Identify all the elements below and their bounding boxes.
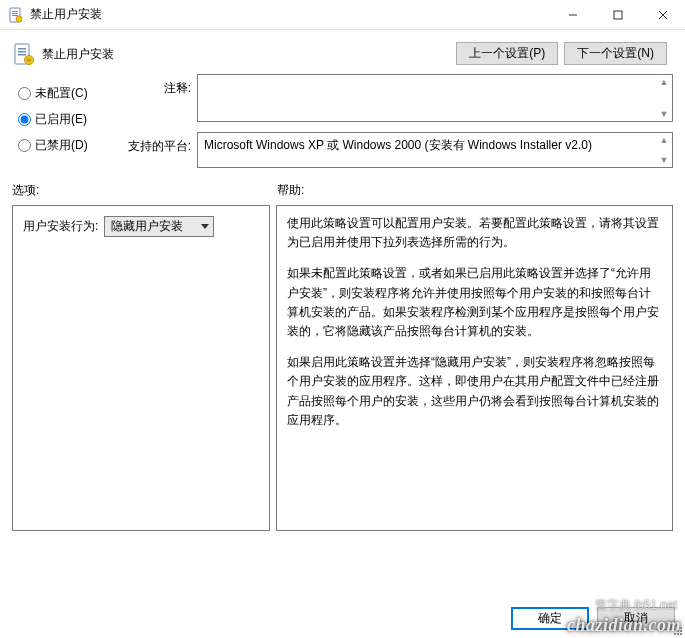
radio-not-configured-label: 未配置(C): [35, 85, 88, 102]
config-area: 未配置(C) 已启用(E) 已禁用(D) 注释: ▲ ▼ 支持的平台: Micr…: [0, 74, 685, 178]
window-controls: [550, 0, 685, 29]
scroll-down-icon[interactable]: ▼: [658, 109, 670, 119]
header: 禁止用户安装 上一个设置(P) 下一个设置(N): [0, 30, 685, 74]
user-install-behavior-combo[interactable]: 隐藏用户安装: [104, 216, 214, 237]
panes: 用户安装行为: 隐藏用户安装 使用此策略设置可以配置用户安装。若要配置此策略设置…: [0, 205, 685, 531]
close-button[interactable]: [640, 0, 685, 29]
platform-field: Microsoft Windows XP 或 Windows 2000 (安装有…: [197, 132, 673, 168]
help-paragraph-2: 如果未配置此策略设置，或者如果已启用此策略设置并选择了“允许用户安装”，则安装程…: [287, 264, 662, 341]
prev-setting-button[interactable]: 上一个设置(P): [456, 42, 558, 65]
radio-enabled-input[interactable]: [18, 113, 31, 126]
help-section-label: 帮助:: [277, 182, 304, 199]
svg-rect-1: [12, 11, 18, 12]
svg-rect-10: [18, 48, 26, 50]
minimize-button[interactable]: [550, 0, 595, 29]
radio-disabled-label: 已禁用(D): [35, 137, 88, 154]
cancel-button[interactable]: 取消: [597, 607, 675, 630]
help-paragraph-1: 使用此策略设置可以配置用户安装。若要配置此策略设置，请将其设置为已启用并使用下拉…: [287, 214, 662, 252]
ok-button[interactable]: 确定: [511, 607, 589, 630]
svg-rect-3: [12, 15, 18, 16]
next-setting-button[interactable]: 下一个设置(N): [564, 42, 667, 65]
nav-buttons: 上一个设置(P) 下一个设置(N): [456, 42, 667, 65]
comment-field[interactable]: ▲ ▼: [197, 74, 673, 122]
svg-rect-14: [27, 59, 31, 62]
policy-file-icon: [8, 7, 24, 23]
radio-disabled[interactable]: 已禁用(D): [12, 132, 127, 158]
svg-rect-12: [18, 54, 26, 56]
chevron-down-icon: [197, 224, 213, 230]
radio-enabled[interactable]: 已启用(E): [12, 106, 127, 132]
radio-not-configured-input[interactable]: [18, 87, 31, 100]
window-titlebar: 禁止用户安装: [0, 0, 685, 30]
svg-rect-6: [614, 11, 622, 19]
svg-marker-15: [201, 224, 209, 229]
window-title: 禁止用户安装: [30, 6, 550, 23]
dialog-buttons: 确定 取消: [0, 598, 685, 638]
section-labels: 选项: 帮助:: [0, 178, 685, 205]
state-radio-group: 未配置(C) 已启用(E) 已禁用(D): [12, 74, 127, 178]
policy-title-wrap: 禁止用户安装: [12, 42, 456, 66]
radio-disabled-input[interactable]: [18, 139, 31, 152]
radio-enabled-label: 已启用(E): [35, 111, 87, 128]
scroll-up-icon[interactable]: ▲: [658, 77, 670, 87]
platform-label: 支持的平台:: [127, 132, 197, 155]
scroll-down-icon[interactable]: ▼: [658, 155, 670, 165]
platform-value: Microsoft Windows XP 或 Windows 2000 (安装有…: [204, 138, 592, 152]
comment-label: 注释:: [127, 74, 197, 97]
svg-rect-2: [12, 13, 18, 14]
svg-rect-11: [18, 51, 26, 53]
scroll-up-icon[interactable]: ▲: [658, 135, 670, 145]
policy-icon: [12, 42, 36, 66]
comment-row: 注释: ▲ ▼: [127, 74, 673, 122]
policy-title: 禁止用户安装: [42, 46, 114, 63]
maximize-button[interactable]: [595, 0, 640, 29]
help-pane: 使用此策略设置可以配置用户安装。若要配置此策略设置，请将其设置为已启用并使用下拉…: [276, 205, 673, 531]
options-section-label: 选项:: [12, 182, 277, 199]
user-install-behavior-row: 用户安装行为: 隐藏用户安装: [23, 216, 259, 237]
resize-grip[interactable]: [671, 624, 683, 636]
platform-row: 支持的平台: Microsoft Windows XP 或 Windows 20…: [127, 132, 673, 168]
svg-point-4: [16, 16, 22, 22]
user-install-behavior-label: 用户安装行为:: [23, 218, 98, 235]
radio-not-configured[interactable]: 未配置(C): [12, 80, 127, 106]
help-paragraph-3: 如果启用此策略设置并选择“隐藏用户安装”，则安装程序将忽略按照每个用户安装的应用…: [287, 353, 662, 430]
fields-area: 注释: ▲ ▼ 支持的平台: Microsoft Windows XP 或 Wi…: [127, 74, 673, 178]
options-pane: 用户安装行为: 隐藏用户安装: [12, 205, 270, 531]
combo-value: 隐藏用户安装: [111, 218, 197, 235]
